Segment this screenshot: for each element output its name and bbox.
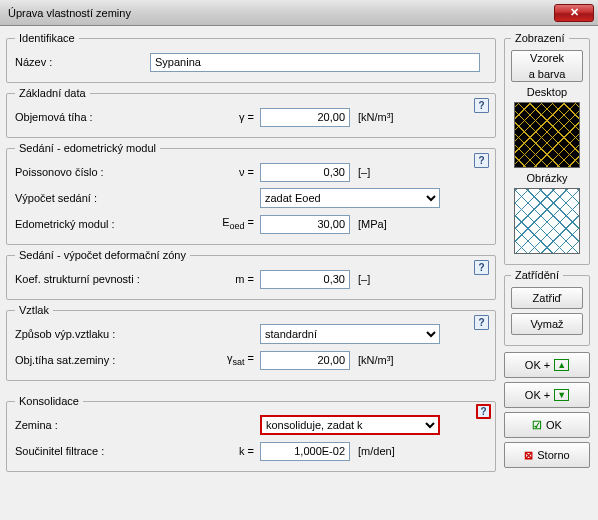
help-icon[interactable]: ? (474, 98, 489, 113)
check-icon: ☑ (532, 419, 542, 432)
window-title: Úprava vlastností zeminy (8, 7, 131, 19)
triangle-down-icon: ▼ (554, 389, 569, 401)
clear-button[interactable]: Vymaž (511, 313, 583, 335)
fieldset-display: Zobrazení Vzorek a barva Desktop Obrázky (504, 32, 590, 265)
consol-soil-select[interactable]: konsoliduje, zadat k (260, 415, 440, 435)
settlement-calc-label: Výpočet sedání : (15, 192, 150, 204)
gamma-unit: [kN/m³] (350, 111, 410, 123)
gammasat-label: Obj.tíha sat.zeminy : (15, 354, 150, 366)
help-icon[interactable]: ? (474, 260, 489, 275)
m-input[interactable] (260, 270, 350, 289)
settlement-calc-select[interactable]: zadat Eoed (260, 188, 440, 208)
cancel-icon: ⊠ (524, 449, 533, 462)
nu-symbol: ν = (150, 166, 260, 178)
legend-classify: Zatřídění (511, 269, 563, 281)
fieldset-classify: Zatřídění Zatřiď Vymaž (504, 269, 590, 346)
cancel-button[interactable]: ⊠ Storno (504, 442, 590, 468)
fieldset-uplift: Vztlak ? Způsob výp.vztlaku : standardní… (6, 304, 496, 381)
help-icon[interactable]: ? (474, 153, 489, 168)
uplift-method-select[interactable]: standardní (260, 324, 440, 344)
name-input[interactable] (150, 53, 480, 72)
legend-basic: Základní data (15, 87, 90, 99)
ok-down-button[interactable]: OK + ▼ (504, 382, 590, 408)
legend-display: Zobrazení (511, 32, 569, 44)
gammasat-unit: [kN/m³] (350, 354, 410, 366)
k-input[interactable] (260, 442, 350, 461)
title-bar: Úprava vlastností zeminy ✕ (0, 0, 598, 26)
legend-consol: Konsolidace (15, 395, 83, 407)
fieldset-consolidation: Konsolidace ? Zemina : konsoliduje, zada… (6, 395, 496, 472)
k-label: Součinitel filtrace : (15, 445, 150, 457)
triangle-up-icon: ▲ (554, 359, 569, 371)
sample-color-button[interactable]: Vzorek a barva (511, 50, 583, 82)
desktop-swatch (514, 102, 580, 168)
k-unit: [m/den] (350, 445, 410, 457)
legend-identification: Identifikace (15, 32, 79, 44)
consol-soil-label: Zemina : (15, 419, 150, 431)
eoed-symbol: Eoed = (150, 216, 260, 231)
desktop-label: Desktop (511, 86, 583, 98)
ok-button[interactable]: ☑ OK (504, 412, 590, 438)
uplift-method-label: Způsob výp.vztlaku : (15, 328, 150, 340)
fieldset-deformation-zone: Sedání - výpočet deformační zóny ? Koef.… (6, 249, 496, 300)
m-symbol: m = (160, 273, 260, 285)
close-button[interactable]: ✕ (554, 4, 594, 22)
images-swatch (514, 188, 580, 254)
m-unit: [–] (350, 273, 410, 285)
gammasat-input[interactable] (260, 351, 350, 370)
classify-button[interactable]: Zatřiď (511, 287, 583, 309)
nu-input[interactable] (260, 163, 350, 182)
k-symbol: k = (150, 445, 260, 457)
help-icon-highlighted[interactable]: ? (476, 404, 491, 419)
fieldset-settlement: Sedání - edometrický modul ? Poissonovo … (6, 142, 496, 245)
ok-up-button[interactable]: OK + ▲ (504, 352, 590, 378)
unit-weight-label: Objemová tíha : (15, 111, 150, 123)
eoed-label: Edometrický modul : (15, 218, 150, 230)
fieldset-basic-data: Základní data ? Objemová tíha : γ = [kN/… (6, 87, 496, 138)
nu-unit: [–] (350, 166, 410, 178)
legend-settlement: Sedání - edometrický modul (15, 142, 160, 154)
gamma-input[interactable] (260, 108, 350, 127)
images-label: Obrázky (511, 172, 583, 184)
fieldset-identification: Identifikace Název : (6, 32, 496, 83)
poisson-label: Poissonovo číslo : (15, 166, 150, 178)
help-icon[interactable]: ? (474, 315, 489, 330)
eoed-input[interactable] (260, 215, 350, 234)
eoed-unit: [MPa] (350, 218, 410, 230)
close-icon: ✕ (570, 6, 579, 19)
gammasat-symbol: γsat = (150, 352, 260, 367)
legend-defzone: Sedání - výpočet deformační zóny (15, 249, 190, 261)
m-label: Koef. strukturní pevnosti : (15, 273, 160, 285)
name-label: Název : (15, 56, 150, 68)
gamma-symbol: γ = (150, 111, 260, 123)
legend-uplift: Vztlak (15, 304, 53, 316)
